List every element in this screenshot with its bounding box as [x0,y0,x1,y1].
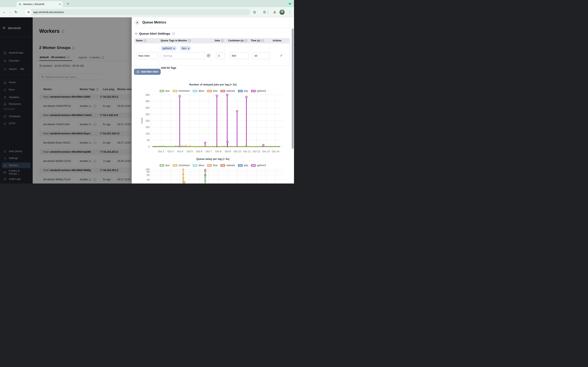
jobs-input[interactable]: 3 [216,52,225,59]
info-icon[interactable] [188,39,191,42]
info-icon[interactable] [261,39,264,42]
url-text: app.windmill.dev/workers [33,11,64,14]
tag-chip-bun: bunx [180,46,191,50]
chevron-down-icon [135,33,137,34]
svg-text:40: 40 [147,178,150,181]
legend-item-chromium[interactable]: chromium [173,164,190,167]
back-button[interactable]: ← [2,10,7,14]
legend-item-flow[interactable]: flow [207,90,217,92]
browser-toolbar: ← → ↻ app.windmill.dev/workers ⋮ [0,7,294,17]
svg-text:150: 150 [145,126,150,129]
svg-text:Oct 4: Oct 4 [177,150,183,153]
svg-text:200: 200 [145,119,150,122]
svg-text:80: 80 [147,170,150,173]
tab-search-button[interactable] [287,1,293,7]
info-icon[interactable] [144,39,146,42]
legend-item-deno[interactable]: deno [193,164,204,167]
drawer-scrollbar[interactable] [292,29,294,149]
legend-label: bun [165,164,170,167]
legend-label: nativets [226,90,235,92]
legend-item-php[interactable]: php [238,164,248,167]
legend-item-php[interactable]: php [238,90,248,92]
add-new-alert-button[interactable]: Add New Alert [134,69,161,75]
browser-menu-icon[interactable]: ⋮ [288,7,291,17]
chart-legend: bunchromiumdenoflownativetsphppython3 [132,164,294,167]
legend-item-bun[interactable]: bun [160,164,170,167]
legend-label: deno [199,90,204,92]
legend-item-flow[interactable]: flow [207,164,217,167]
legend-swatch [251,90,256,92]
tab-close-icon[interactable]: × [59,3,61,6]
legend-swatch [221,90,225,92]
profile-avatar[interactable] [279,9,285,15]
site-settings-icon[interactable] [25,9,32,15]
legend-label: deno [199,164,204,167]
bookmark-star-icon[interactable] [251,7,257,17]
svg-text:Oct 5: Oct 5 [187,150,193,153]
legend-item-nativets[interactable]: nativets [221,90,235,92]
info-icon[interactable] [245,39,247,42]
forward-button[interactable]: → [7,10,13,14]
remove-tag-icon[interactable]: x [173,47,174,50]
svg-text:count: count [140,118,143,124]
legend-swatch [160,90,164,92]
chart-plot: Oct 2Oct 3Oct 4Oct 5Oct 6Oct 7Oct 8Oct 9… [132,83,294,154]
new-tab-button[interactable]: + [67,2,69,6]
queue-alert-settings-header[interactable]: Queue Alert Settings [135,32,175,35]
chart-title: Number of delayed jobs per tag (> 3s) [132,83,294,86]
svg-text:300: 300 [145,106,150,109]
svg-text:Oct 3: Oct 3 [168,150,174,153]
remove-tag-icon[interactable]: x [188,47,189,50]
svg-text:100: 100 [145,168,150,171]
svg-text:Oct 9: Oct 9 [225,150,231,153]
legend-label: python3 [257,90,266,92]
app-viewport: Windmill TRIGGERS windmill-labsFavorites… [0,17,294,184]
legend-label: flow [213,90,217,92]
legend-item-bun[interactable]: bun [160,90,170,92]
drawer-title: Queue Metrics [142,20,166,25]
chart-legend: bunchromiumdenoflownativetsphppython3 [132,90,294,92]
info-icon[interactable] [172,33,175,35]
svg-text:Oct 13: Oct 13 [262,150,270,153]
tab-title: Workers | Windmill [23,3,57,6]
svg-text:100: 100 [145,132,150,135]
browser-tab[interactable]: Workers | Windmill × [17,1,63,7]
legend-label: php [244,90,248,92]
legend-item-deno[interactable]: deno [193,90,204,92]
reload-button[interactable]: ↻ [13,10,19,14]
extensions-icon[interactable] [261,7,267,17]
legend-swatch [173,164,177,167]
browser-tab-strip: Workers | Windmill × + [0,0,294,7]
delayed-jobs-chart: Number of delayed jobs per tag (> 3s) bu… [132,83,294,154]
svg-text:Oct 10: Oct 10 [233,150,241,153]
svg-text:Oct 6: Oct 6 [196,150,202,153]
alert-name-input[interactable]: New Alert [136,52,157,59]
legend-item-python3[interactable]: python3 [251,164,266,167]
svg-text:350: 350 [145,100,150,103]
legend-item-python3[interactable]: python3 [251,90,266,92]
plus-circle-icon [136,70,139,73]
svg-text:Oct 8: Oct 8 [215,150,221,153]
add-all-tags-link[interactable]: Add All Tags [161,67,176,69]
confirm-alert-button[interactable]: ✓ [280,54,283,58]
queue-metrics-drawer: ✕ Queue Metrics Queue Alert Settings Nam… [132,17,294,184]
legend-label: python3 [257,164,266,167]
legend-label: nativets [226,164,235,167]
close-drawer-button[interactable]: ✕ [134,20,140,25]
add-tag-button[interactable] [207,54,210,58]
legend-swatch [238,164,242,167]
downloads-icon[interactable] [272,7,277,17]
time-input[interactable]: 30 [252,52,270,59]
info-icon[interactable] [221,39,224,42]
legend-swatch [160,164,164,167]
svg-text:Oct 11: Oct 11 [243,150,251,153]
legend-label: chromium [178,90,190,92]
legend-label: flow [213,164,217,167]
legend-item-chromium[interactable]: chromium [173,90,190,92]
legend-item-nativets[interactable]: nativets [221,164,235,167]
legend-swatch [207,90,212,92]
add-tag-input[interactable]: Add tag [161,52,205,59]
address-bar[interactable]: app.windmill.dev/workers [25,9,250,15]
svg-text:Oct 2: Oct 2 [158,150,164,153]
cooldown-input[interactable]: 600 [230,52,249,59]
